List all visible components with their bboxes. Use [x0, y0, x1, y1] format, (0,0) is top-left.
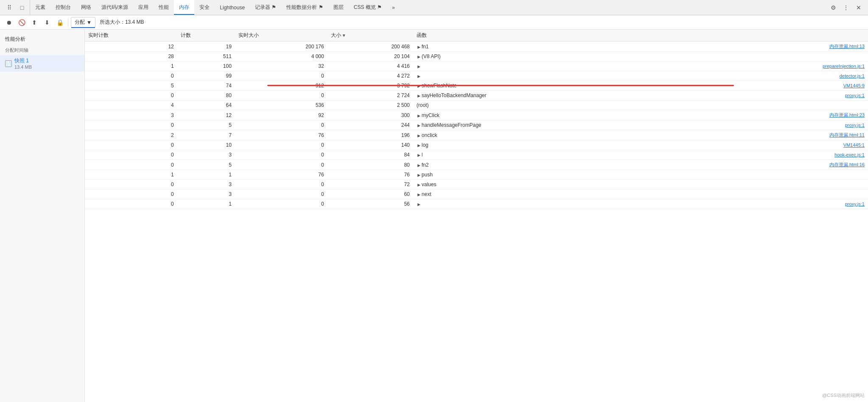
cell-link[interactable]: VM1445:1: [702, 140, 868, 150]
cell-link[interactable]: proxy.js:1: [702, 91, 868, 100]
expand-arrow-icon[interactable]: ▶: [417, 173, 422, 178]
tab-memory[interactable]: 内存: [174, 0, 194, 15]
cell-count: 74: [177, 81, 235, 91]
alloc-dropdown-arrow: ▼: [87, 20, 92, 25]
func-name-label: myClick: [422, 112, 440, 118]
tab-console[interactable]: 控制台: [50, 0, 76, 15]
more-options-icon[interactable]: ⋮: [840, 2, 852, 14]
nav-icon-group: ⠿ □: [2, 0, 30, 15]
upload-button[interactable]: ⬆: [29, 17, 40, 28]
nav-right-icons: ⚙ ⋮ ✕: [826, 2, 866, 14]
func-name-label: fn1: [422, 44, 429, 50]
cell-size: 76: [328, 170, 413, 180]
cell-link: [702, 170, 868, 180]
cell-func: ▶myClick: [413, 110, 702, 120]
settings-icon[interactable]: ⚙: [827, 2, 839, 14]
cell-live-count: 0: [85, 199, 177, 209]
tab-more[interactable]: »: [387, 0, 400, 15]
cell-live-size: 76: [235, 170, 328, 180]
tab-application[interactable]: 应用: [133, 0, 154, 15]
table-row: 31292300▶myClick内存泄漏.html:23: [85, 110, 868, 120]
cell-live-size: 0: [235, 180, 328, 190]
cell-link[interactable]: 内存泄漏.html:16: [702, 160, 868, 170]
expand-arrow-icon[interactable]: ▶: [417, 64, 422, 69]
cell-live-size: 32: [235, 61, 328, 71]
cell-func: ▶fn2: [413, 160, 702, 170]
tab-css-overview[interactable]: CSS 概览 ⚑: [349, 0, 387, 15]
cursor-icon[interactable]: ⠿: [3, 2, 15, 14]
cell-link[interactable]: VM1445:9: [702, 81, 868, 91]
cell-link[interactable]: proxy.js:1: [702, 120, 868, 130]
record-button[interactable]: ⏺: [3, 17, 14, 28]
tab-recorder[interactable]: 记录器 ⚑: [250, 0, 281, 15]
expand-arrow-icon[interactable]: ▶: [417, 202, 422, 207]
cell-func: ▶fn1: [413, 42, 702, 52]
func-name-label: values: [422, 181, 437, 187]
tab-security[interactable]: 安全: [194, 0, 215, 15]
snapshot-icon: 📄: [5, 60, 12, 67]
cell-live-count: 0: [85, 180, 177, 190]
stats-button[interactable]: 🔒: [54, 17, 65, 28]
cell-link[interactable]: 内存泄漏.html:13: [702, 42, 868, 52]
col-header-func: 函数: [413, 30, 702, 42]
cell-func: ▶(V8 API): [413, 52, 702, 61]
memory-table: 实时计数 计数 实时大小 大小 ▼ 函数: [85, 30, 868, 209]
cell-link[interactable]: prepareInjection.js:1: [702, 61, 868, 71]
close-icon[interactable]: ✕: [853, 2, 865, 14]
cell-func: ▶showFlashNote: [413, 81, 702, 91]
size-filter[interactable]: 大小 ▼: [331, 32, 410, 39]
expand-arrow-icon[interactable]: ▶: [417, 93, 422, 98]
tab-elements[interactable]: 元素: [30, 0, 50, 15]
table-row: 0100140▶logVM1445:1: [85, 140, 868, 150]
cell-link[interactable]: hook-exec.js:1: [702, 150, 868, 160]
tab-lighthouse[interactable]: Lighthouse: [215, 0, 250, 15]
tab-sources[interactable]: 源代码/来源: [96, 0, 133, 15]
expand-arrow-icon[interactable]: ▶: [417, 54, 422, 59]
expand-arrow-icon[interactable]: ▶: [417, 45, 422, 50]
func-name-label: next: [422, 191, 431, 197]
alloc-button[interactable]: 分配 ▼: [71, 17, 95, 28]
expand-arrow-icon[interactable]: ▶: [417, 143, 422, 148]
cell-count: 7: [177, 130, 235, 140]
col-header-size[interactable]: 大小 ▼: [328, 30, 413, 42]
cell-link[interactable]: 内存泄漏.html:23: [702, 110, 868, 120]
col-header-link: [702, 30, 868, 42]
cell-size: 20 104: [328, 52, 413, 61]
tab-layers[interactable]: 图层: [328, 0, 349, 15]
sidebar-snapshot-item[interactable]: 📄 快照 1 13.4 MB: [0, 55, 84, 72]
cell-link[interactable]: 内存泄漏.html:11: [702, 130, 868, 140]
cell-live-count: 12: [85, 42, 177, 52]
tab-network[interactable]: 网络: [76, 0, 96, 15]
func-name-label: showFlashNote: [422, 83, 457, 89]
tab-perf-insights[interactable]: 性能数据分析 ⚑: [281, 0, 328, 15]
table-row: 2776196▶onclick内存泄漏.html:11: [85, 130, 868, 140]
clear-button[interactable]: 🚫: [16, 17, 27, 28]
cell-size: 3 792: [328, 81, 413, 91]
cell-size: 2 500: [328, 100, 413, 110]
expand-arrow-icon[interactable]: ▶: [417, 133, 422, 138]
cell-live-count: 5: [85, 81, 177, 91]
expand-arrow-icon[interactable]: ▶: [417, 163, 422, 168]
expand-arrow-icon[interactable]: ▶: [417, 84, 422, 89]
table-row: 1100324 416▶prepareInjection.js:1: [85, 61, 868, 71]
expand-arrow-icon[interactable]: ▶: [417, 74, 422, 79]
cell-func: (root): [413, 100, 702, 110]
cell-count: 1: [177, 170, 235, 180]
cell-live-size: 536: [235, 100, 328, 110]
expand-arrow-icon[interactable]: ▶: [417, 123, 422, 128]
cell-func: ▶log: [413, 140, 702, 150]
cell-live-count: 0: [85, 120, 177, 130]
tab-performance[interactable]: 性能: [154, 0, 174, 15]
cell-link[interactable]: proxy.js:1: [702, 199, 868, 209]
expand-arrow-icon[interactable]: ▶: [417, 113, 422, 118]
cell-count: 12: [177, 110, 235, 120]
cell-live-count: 0: [85, 190, 177, 199]
table-row: 08002 724▶sayHelloToBackendManagerproxy.…: [85, 91, 868, 100]
expand-arrow-icon[interactable]: ▶: [417, 153, 422, 158]
expand-arrow-icon[interactable]: ▶: [417, 192, 422, 197]
inspect-icon[interactable]: □: [16, 2, 28, 14]
cell-func: ▶: [413, 199, 702, 209]
cell-link[interactable]: detector.js:1: [702, 71, 868, 81]
download-button[interactable]: ⬇: [42, 17, 53, 28]
expand-arrow-icon[interactable]: ▶: [417, 182, 422, 187]
